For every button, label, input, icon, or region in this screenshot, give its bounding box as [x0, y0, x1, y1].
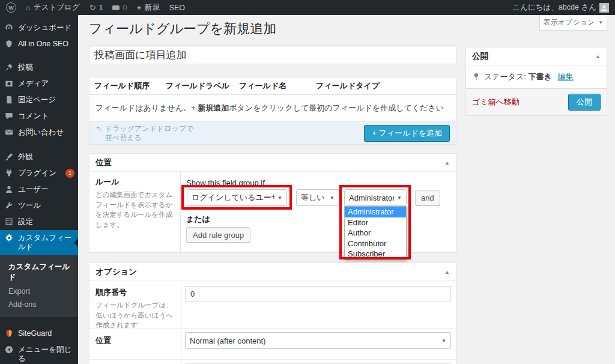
- sidebar-item-siteguard[interactable]: SiteGuard: [0, 326, 78, 342]
- pushpin-icon: [4, 63, 14, 72]
- role-options-dropdown: Administrator Editor Author Contributor …: [344, 206, 407, 260]
- account-menu[interactable]: こんにちは、abcde さん: [512, 2, 609, 13]
- fields-table-header: フィールド順序 フィールドラベル フィールド名 フィールドタイプ: [89, 77, 456, 95]
- sidebar-item-posts[interactable]: 投稿: [0, 59, 78, 76]
- location-value-select[interactable]: Administrator▼: [344, 189, 407, 206]
- sidebar-item-appearance[interactable]: 外観: [0, 149, 78, 165]
- options-box-body: 順序番号 フィールドグループは、低いほうから高いほうへ作成されます 位置 Nor…: [89, 281, 456, 364]
- dropdown-option-contributor[interactable]: Contributor: [345, 238, 406, 249]
- drag-hint: ドラッグアンドドロップで並べ替える: [95, 124, 201, 142]
- sidebar-item-users[interactable]: ユーザー: [0, 181, 78, 198]
- dropdown-option-administrator[interactable]: Administrator: [345, 207, 406, 217]
- sidebar-item-label: 固定ページ: [18, 96, 74, 105]
- show-if-label: Show this field group if: [186, 178, 265, 187]
- sidebar-item-pages[interactable]: 固定ページ: [0, 92, 78, 108]
- submenu-item-addons[interactable]: Add-ons: [0, 298, 78, 311]
- media-icon: [4, 79, 14, 88]
- admin-bar: W ⌂テストブログ ↻1 0 +新規 SEO こんにちは、abcde さん: [0, 0, 615, 15]
- comment-icon: [112, 5, 120, 10]
- submenu-item-export[interactable]: Export: [0, 285, 78, 298]
- select-arrow-icon: ▼: [397, 195, 402, 201]
- sidebar-item-contact[interactable]: お問い合わせ: [0, 124, 78, 141]
- location-box: 位置 ▲ ルール どの編集画面でカスタムフィールドを表示するかを決定するルールを…: [89, 153, 456, 252]
- column-divider: [181, 281, 181, 364]
- screen-options-tab[interactable]: 表示オプション ▼: [539, 15, 607, 31]
- order-description: フィールドグループは、低いほうから高いほうへ作成されます: [95, 300, 175, 330]
- dropdown-option-subscriber[interactable]: Subscriber: [345, 249, 406, 259]
- screen-options-label: 表示オプション: [544, 17, 595, 28]
- publish-box-header: 公開 ▲: [466, 47, 607, 65]
- select-arrow-icon: ▼: [441, 338, 446, 344]
- field-group-title-input[interactable]: [89, 46, 456, 64]
- select-arrow-icon: ▼: [330, 195, 335, 201]
- update-count: 1: [99, 4, 103, 12]
- seo-menu[interactable]: SEO: [169, 4, 185, 12]
- comments-menu[interactable]: 0: [112, 4, 127, 12]
- site-menu[interactable]: ⌂テストブログ: [26, 2, 80, 13]
- sidebar-item-label: メニューを閉じる: [18, 345, 74, 363]
- admin-bar-left: W ⌂テストブログ ↻1 0 +新規 SEO: [6, 2, 185, 13]
- collapse-toggle-icon[interactable]: ▲: [595, 53, 601, 59]
- sidebar-item-label: プラグイン: [18, 169, 58, 178]
- shield-icon: [4, 40, 14, 49]
- sidebar-item-plugins[interactable]: プラグイン 1: [0, 165, 78, 181]
- sidebar-item-label: メディア: [18, 79, 74, 88]
- edit-status-link[interactable]: 編集: [558, 71, 574, 82]
- options-box-header: オプション ▲: [89, 263, 456, 281]
- options-box-title: オプション: [95, 267, 137, 278]
- add-rule-group-button[interactable]: Add rule group: [186, 227, 250, 243]
- publish-button[interactable]: 公開: [568, 94, 601, 111]
- collapse-toggle-icon[interactable]: ▲: [444, 269, 450, 275]
- tools-icon: [4, 201, 14, 210]
- location-operator-select[interactable]: 等しい▼: [296, 189, 339, 206]
- publish-box-title: 公開: [472, 51, 488, 62]
- updates-menu[interactable]: ↻1: [89, 4, 103, 12]
- sidebar-item-label: カスタムフィールド: [18, 234, 74, 252]
- plugin-icon: [4, 169, 14, 178]
- avatar: [599, 3, 609, 13]
- location-param-select[interactable]: ログインしているユーザーの▼: [187, 189, 287, 206]
- move-to-trash-link[interactable]: ゴミ箱へ移動: [472, 97, 520, 108]
- sidebar-item-settings[interactable]: 設定: [0, 214, 78, 230]
- and-rule-button[interactable]: and: [415, 190, 440, 205]
- sidebar-item-label: お問い合わせ: [18, 128, 74, 137]
- column-header-field-type: フィールドタイプ: [311, 80, 456, 91]
- sidebar-item-custom-fields[interactable]: カスタムフィールド: [0, 230, 78, 255]
- sidebar-item-label: ダッシュボード: [18, 23, 74, 32]
- column-header-field-label: フィールドラベル: [161, 80, 234, 91]
- gear-icon: [4, 234, 14, 243]
- plus-icon: +: [136, 4, 141, 12]
- chevron-down-icon: ▼: [598, 20, 603, 25]
- rules-description: どの編集画面でカスタムフィールドを表示するかを決定するルールを作成します。: [95, 190, 174, 230]
- add-field-button[interactable]: + フィールドを追加: [364, 125, 450, 142]
- content-area: 表示オプション ▼ フィールドグループを新規追加 フィールド順序 フィールドラベ…: [78, 15, 615, 364]
- fields-table-footer: ドラッグアンドドロップで並べ替える + フィールドを追加: [89, 122, 456, 144]
- sidebar-item-label: ツール: [18, 201, 74, 210]
- wp-logo-menu[interactable]: W: [6, 2, 16, 13]
- position-select[interactable]: Normal (after content)▼: [185, 332, 451, 349]
- options-box: オプション ▲ 順序番号 フィールドグループは、低いほうから高いほうへ作成されま…: [89, 262, 456, 364]
- greeting-text: こんにちは、abcde さん: [512, 2, 596, 13]
- dropdown-option-author[interactable]: Author: [345, 228, 406, 238]
- sidebar-item-dashboard[interactable]: ダッシュボード: [0, 20, 78, 36]
- publish-actions: ゴミ箱へ移動 公開: [466, 88, 607, 115]
- location-box-title: 位置: [95, 157, 112, 168]
- sidebar-item-comments[interactable]: コメント: [0, 108, 78, 124]
- sidebar-collapse-menu[interactable]: メニューを閉じる: [0, 342, 78, 364]
- location-box-body: ルール どの編集画面でカスタムフィールドを表示するかを決定するルールを作成します…: [89, 172, 456, 253]
- comment-count: 0: [123, 4, 127, 12]
- new-content-menu[interactable]: +新規: [136, 2, 159, 13]
- location-box-header: 位置 ▲: [89, 154, 456, 172]
- custom-fields-submenu: カスタムフィールド Export Add-ons: [0, 255, 78, 317]
- collapse-toggle-icon[interactable]: ▲: [444, 160, 450, 166]
- submenu-item-custom-fields[interactable]: カスタムフィールド: [0, 259, 78, 285]
- sidebar-item-media[interactable]: メディア: [0, 76, 78, 92]
- publish-box: 公開 ▲ ステータス: 下書き 編集 ゴミ箱へ移動 公開: [465, 47, 607, 115]
- site-name: テストブログ: [34, 2, 80, 13]
- column-header-field-name: フィールド名: [234, 80, 311, 91]
- order-number-input[interactable]: [185, 286, 451, 302]
- sidebar-item-tools[interactable]: ツール: [0, 198, 78, 214]
- dropdown-option-editor[interactable]: Editor: [345, 217, 406, 228]
- settings-icon: [4, 217, 14, 226]
- sidebar-item-all-in-one-seo[interactable]: All in One SEO: [0, 36, 78, 52]
